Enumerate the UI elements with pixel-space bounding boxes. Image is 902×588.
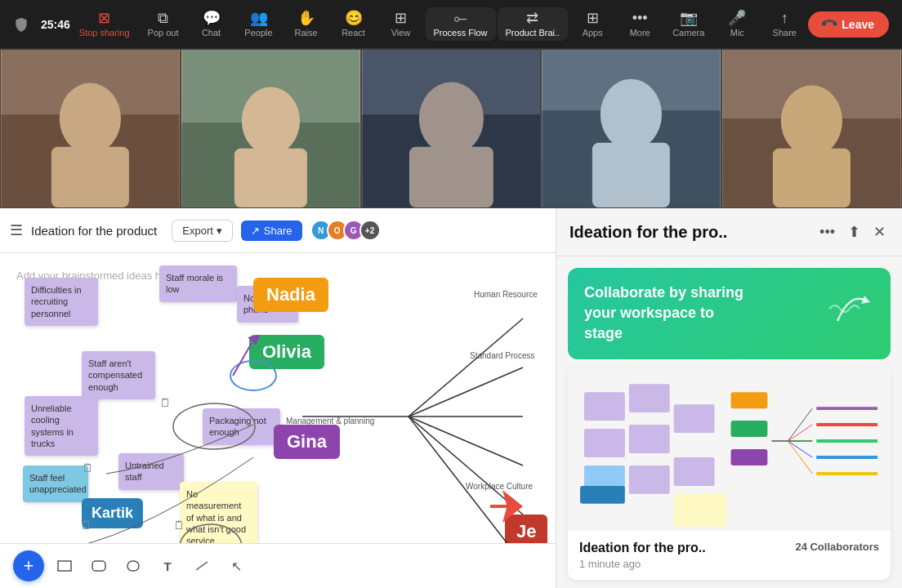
nametag-gina: Gina <box>274 425 340 459</box>
preview-title: Ideation for the pro.. <box>579 541 706 555</box>
view-icon: ⊞ <box>395 11 407 25</box>
nametag-olivia: Olivia <box>249 335 324 369</box>
leave-button[interactable]: 📞 Leave <box>808 11 889 38</box>
share-board-icon: ↗ <box>251 225 260 237</box>
svg-rect-53 <box>580 485 625 503</box>
promo-text: Collaborate by sharing your workspace to… <box>584 283 748 345</box>
video-cell-3 <box>361 49 542 208</box>
svg-rect-51 <box>730 421 767 437</box>
cursor-tool[interactable]: ↖ <box>222 552 250 580</box>
preview-card[interactable]: Ideation for the pro.. 1 minute ago 24 C… <box>568 368 891 580</box>
mic-icon: 🎤 <box>728 11 746 25</box>
svg-line-21 <box>409 318 523 416</box>
stop-sharing-icon: ⊠ <box>98 11 110 25</box>
process-flow-button[interactable]: ⟜ Process Flow <box>426 7 496 41</box>
note-icon-3: 🗒 <box>173 519 185 532</box>
svg-rect-47 <box>629 466 670 494</box>
chat-icon: 💬 <box>203 11 221 25</box>
pop-out-button[interactable]: ⧉ Pop out <box>140 7 187 41</box>
shield-icon <box>10 13 33 36</box>
stop-sharing-button[interactable]: ⊠ Stop sharing <box>71 7 138 41</box>
text-tool[interactable]: T <box>154 552 181 580</box>
view-button[interactable]: ⊞ View <box>378 7 424 41</box>
svg-rect-35 <box>58 561 71 571</box>
camera-button[interactable]: 📷 Camera <box>664 7 712 41</box>
svg-point-18 <box>781 86 842 157</box>
nametag-nadia: Nadia <box>253 278 328 312</box>
sticky-difficulties[interactable]: Difficulties in recruiting personnel <box>25 278 98 326</box>
promo-arrow-icon <box>825 284 874 342</box>
raise-label: Raise <box>294 28 317 38</box>
more-button[interactable]: ••• More <box>617 7 663 41</box>
video-cell-5 <box>721 49 902 208</box>
note-icon-2: 🗒 <box>159 396 171 409</box>
note-icon-1: 🗒 <box>82 461 93 474</box>
rectangle-tool[interactable] <box>51 552 78 580</box>
category-workplace: Workplace Culture <box>466 482 533 491</box>
apps-icon: ⊞ <box>587 11 599 25</box>
line-tool[interactable] <box>188 552 216 580</box>
raise-icon: ✋ <box>297 11 315 25</box>
svg-rect-43 <box>584 429 625 457</box>
sticky-packaging[interactable]: Packaging not enough <box>203 408 280 445</box>
add-element-button[interactable]: + <box>13 550 44 581</box>
more-icon: ••• <box>632 11 648 25</box>
sticky-untrained[interactable]: Untrained staff <box>118 453 184 490</box>
video-cell-4 <box>541 49 721 208</box>
svg-rect-50 <box>730 392 767 408</box>
stop-sharing-label: Stop sharing <box>79 28 130 38</box>
whiteboard-share-button[interactable]: ↗ Share <box>241 220 302 241</box>
apps-label: Apps <box>583 28 603 38</box>
svg-rect-48 <box>674 457 715 486</box>
raise-button[interactable]: ✋ Raise <box>284 7 329 41</box>
svg-point-2 <box>60 83 121 154</box>
sticky-compensated[interactable]: Staff aren't compensated enough <box>82 351 155 399</box>
mic-button[interactable]: 🎤 Mic <box>714 7 760 41</box>
people-icon: 👥 <box>250 11 268 25</box>
apps-button[interactable]: ⊞ Apps <box>569 7 615 41</box>
whiteboard-canvas[interactable]: Add your brainstormed ideas here Human R… <box>0 253 556 588</box>
rounded-rect-tool[interactable] <box>85 552 113 580</box>
svg-line-22 <box>409 368 523 416</box>
svg-point-14 <box>601 79 662 150</box>
svg-rect-45 <box>674 404 715 433</box>
share-label: Share <box>773 28 797 38</box>
panel-close-button[interactable]: ✕ <box>870 220 889 244</box>
video-grid <box>0 49 902 208</box>
panel-share-stage-button[interactable]: ⬆ <box>845 220 864 244</box>
phone-icon: 📞 <box>820 15 839 33</box>
svg-point-10 <box>418 82 483 155</box>
menu-icon[interactable]: ☰ <box>10 221 23 239</box>
product-brain-button[interactable]: ⇄ Product Brai.. <box>498 7 569 41</box>
svg-rect-36 <box>92 561 105 571</box>
product-brain-label: Product Brai.. <box>506 28 560 38</box>
react-icon: 😊 <box>345 11 363 25</box>
pop-out-icon: ⧉ <box>158 11 168 25</box>
preview-canvas <box>568 368 891 531</box>
whiteboard-toolbar: ☰ Ideation for the product Export ▾ ↗ Sh… <box>0 208 556 253</box>
share-button[interactable]: ↑ Share <box>761 7 807 41</box>
whiteboard-title: Ideation for the product <box>31 224 157 238</box>
react-label: React <box>342 28 365 38</box>
process-flow-icon: ⟜ <box>453 11 467 25</box>
sticky-staff-morale[interactable]: Staff morale is low <box>159 265 237 302</box>
react-button[interactable]: 😊 React <box>331 7 377 41</box>
people-button[interactable]: 👥 People <box>236 7 282 41</box>
process-flow-label: Process Flow <box>434 28 488 38</box>
chat-button[interactable]: 💬 Chat <box>189 7 234 41</box>
svg-rect-42 <box>629 384 670 412</box>
svg-rect-3 <box>51 147 129 207</box>
export-button[interactable]: Export ▾ <box>172 220 233 242</box>
view-label: View <box>391 28 411 38</box>
sticky-cooling[interactable]: Unreliable cooling systems in trucks <box>25 396 98 456</box>
dropdown-icon: ▾ <box>217 225 222 237</box>
category-standard-process: Standard Process <box>470 351 535 360</box>
svg-line-38 <box>196 562 208 570</box>
svg-line-24 <box>409 416 523 514</box>
svg-rect-37 <box>127 561 139 571</box>
rounded-square-tool[interactable] <box>119 552 147 580</box>
preview-time: 1 minute ago <box>579 558 706 570</box>
panel-more-button[interactable]: ••• <box>816 220 838 244</box>
svg-point-6 <box>242 87 300 155</box>
sticky-unappreciated[interactable]: Staff feel unappreciated <box>23 466 88 502</box>
